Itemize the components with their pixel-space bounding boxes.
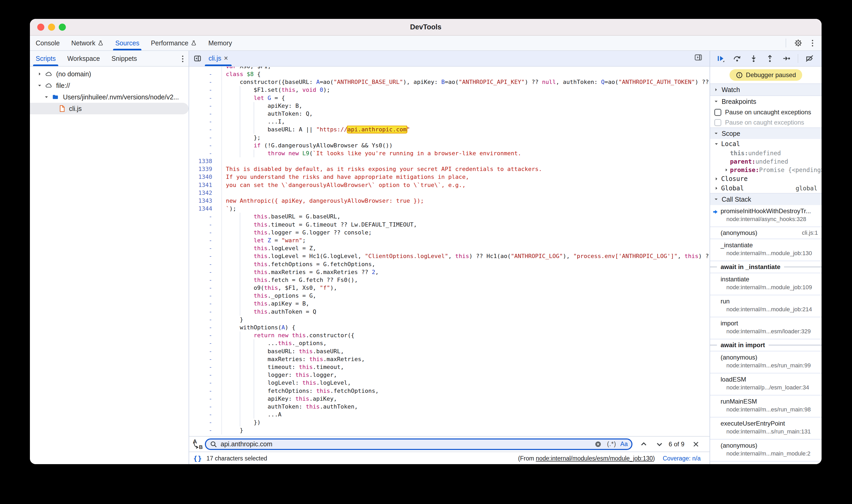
line-number-gutter[interactable]: - xyxy=(189,94,222,102)
code-line-text[interactable]: ...this._options, xyxy=(222,339,710,347)
tab-memory[interactable]: Memory xyxy=(202,36,238,50)
code-line-text[interactable]: this.fetchOptions = G.fetchOptions, xyxy=(222,260,710,268)
code-line[interactable]: - }; xyxy=(189,134,710,142)
call-stack-frame[interactable]: instantiatenode:internal/m...module_job:… xyxy=(710,273,821,295)
line-number-gutter[interactable]: - xyxy=(189,371,222,379)
code-line[interactable]: - logLevel: this.logLevel, xyxy=(189,379,710,387)
line-number-gutter[interactable]: - xyxy=(189,221,222,229)
step-over-icon[interactable] xyxy=(732,53,743,64)
line-number-gutter[interactable]: - xyxy=(189,110,222,118)
code-line[interactable]: - this.fetchOptions = G.fetchOptions, xyxy=(189,260,710,268)
code-line-text[interactable]: logLevel: this.logLevel, xyxy=(222,379,710,387)
code-line[interactable]: - o9(this, $F1, Xs0, "f"), xyxy=(189,284,710,292)
line-number-gutter[interactable]: - xyxy=(189,395,222,403)
line-number-gutter[interactable]: 1342 xyxy=(189,189,222,197)
code-line[interactable]: - apiKey: this.apiKey, xyxy=(189,395,710,403)
section-breakpoints[interactable]: Breakpoints xyxy=(710,95,821,107)
scope-local[interactable]: Local xyxy=(710,139,821,149)
code-line[interactable]: 1341you can set the \`dangerouslyAllowBr… xyxy=(189,181,710,189)
line-number-gutter[interactable]: 1338 xyxy=(189,157,222,165)
toggle-debugger-panel-icon[interactable] xyxy=(694,53,703,61)
code-line[interactable]: 1343new Anthropic({ apiKey, dangerouslyA… xyxy=(189,197,710,205)
chevron-right-icon[interactable] xyxy=(724,167,729,173)
line-number-gutter[interactable]: - xyxy=(189,363,222,371)
line-number-gutter[interactable]: - xyxy=(189,86,222,94)
code-line[interactable]: - baseURL: A || "https://api.anthropic.c… xyxy=(189,126,710,133)
code-line-text[interactable]: constructor({baseURL: A=ao("ANTHROPIC_BA… xyxy=(222,78,710,86)
tab-workspace[interactable]: Workspace xyxy=(61,51,106,66)
code-line-text[interactable]: $F1.set(this, void 0); xyxy=(222,86,710,94)
code-line-text[interactable]: o9(this, $F1, Xs0, "f"), xyxy=(222,284,710,292)
code-line[interactable]: - authToken: this.authToken, xyxy=(189,403,710,411)
code-line-text[interactable]: authToken: this.authToken, xyxy=(222,403,710,411)
code-line[interactable]: - this.authToken = Q xyxy=(189,308,710,316)
step-into-icon[interactable] xyxy=(748,53,759,64)
code-line-text[interactable]: let G = { xyxy=(222,94,710,102)
code-line-text[interactable]: return new this.constructor({ xyxy=(222,331,710,339)
code-line-text[interactable]: authToken: Q, xyxy=(222,110,710,118)
code-viewer[interactable]: var Xs0, $F1;-class $8 {- constructor({b… xyxy=(189,67,710,436)
line-number-gutter[interactable]: - xyxy=(189,149,222,157)
chevron-right-icon[interactable] xyxy=(36,71,43,76)
tab-console[interactable]: Console xyxy=(30,36,66,50)
code-line-text[interactable]: `); xyxy=(222,205,710,213)
line-number-gutter[interactable]: - xyxy=(189,245,222,252)
tab-scripts[interactable]: Scripts xyxy=(30,51,61,66)
line-number-gutter[interactable]: - xyxy=(189,260,222,268)
step-out-icon[interactable] xyxy=(765,53,775,64)
code-line-text[interactable]: apiKey: B, xyxy=(222,102,710,110)
code-line-text[interactable]: maxRetries: this.maxRetries, xyxy=(222,355,710,363)
editor-tab-clijs[interactable]: cli.js × xyxy=(204,51,233,66)
code-line[interactable]: - baseURL: this.baseURL, xyxy=(189,347,710,355)
chevron-down-icon[interactable] xyxy=(36,83,43,88)
line-number-gutter[interactable]: - xyxy=(189,316,222,324)
line-number-gutter[interactable]: - xyxy=(189,300,222,308)
code-line[interactable]: - this.baseURL = G.baseURL, xyxy=(189,213,710,220)
code-line[interactable]: - this._options = G, xyxy=(189,292,710,300)
line-number-gutter[interactable]: - xyxy=(189,142,222,149)
code-line-text[interactable]: }; xyxy=(222,134,710,142)
code-line[interactable]: - } xyxy=(189,426,710,434)
scope-entry-this[interactable]: this: undefined xyxy=(710,149,821,157)
source-map-link[interactable]: node:internal/modules/esm/module_job:130 xyxy=(536,455,653,462)
call-stack-frame[interactable]: loadESMnode:internal/p.../esm_loader:34 xyxy=(710,373,821,395)
code-line[interactable]: - this.logLevel = Z, xyxy=(189,245,710,252)
line-number-gutter[interactable]: - xyxy=(189,308,222,316)
code-line-text[interactable]: timeout: this.timeout, xyxy=(222,363,710,371)
call-stack-frame[interactable]: (anonymous)node:internal/m...es/run_main… xyxy=(710,352,821,373)
next-match-icon[interactable] xyxy=(654,439,665,450)
line-number-gutter[interactable]: - xyxy=(189,347,222,355)
code-line[interactable]: - ...I, xyxy=(189,118,710,126)
line-number-gutter[interactable]: - xyxy=(189,339,222,347)
close-find-bar-icon[interactable] xyxy=(691,439,701,449)
call-stack-frame[interactable]: (anonymous)cli.js:1 xyxy=(710,227,821,239)
code-line-text[interactable]: new Anthropic({ apiKey, dangerouslyAllow… xyxy=(222,197,710,205)
code-line[interactable]: - } xyxy=(189,316,710,324)
code-line[interactable]: - return new this.constructor({ xyxy=(189,331,710,339)
code-line-text[interactable]: this.apiKey = B, xyxy=(222,300,710,308)
replace-toggle-icon[interactable]: AB xyxy=(192,438,203,450)
line-number-gutter[interactable]: - xyxy=(189,331,222,339)
code-line-text[interactable]: If you understand the risks and have app… xyxy=(222,173,710,181)
scope-global[interactable]: Globalglobal xyxy=(710,183,821,193)
line-number-gutter[interactable]: - xyxy=(189,387,222,395)
call-stack-frame[interactable]: executeUserEntryPointnode:internal/m...s… xyxy=(710,417,821,439)
code-line[interactable]: - ...A xyxy=(189,411,710,418)
toggle-navigator-icon[interactable] xyxy=(193,55,202,62)
code-line[interactable]: - ...this._options, xyxy=(189,339,710,347)
code-line[interactable]: - if (!G.dangerouslyAllowBrowser && Ys0(… xyxy=(189,142,710,149)
match-case-toggle[interactable]: Aa xyxy=(620,440,628,448)
call-stack-frame[interactable]: importnode:internal/m...esm/loader:329 xyxy=(710,317,821,339)
tab-sources[interactable]: Sources xyxy=(109,36,145,50)
scope-entry-promise[interactable]: promise: Promise {<pending>} xyxy=(710,166,821,174)
call-stack-frame[interactable]: runnode:internal/m...module_job:214 xyxy=(710,295,821,317)
tree-item-cli-js[interactable]: cli.js xyxy=(30,103,189,114)
line-number-gutter[interactable]: 1339 xyxy=(189,165,222,173)
line-number-gutter[interactable]: - xyxy=(189,426,222,434)
code-line[interactable]: 1338 xyxy=(189,157,710,165)
code-line[interactable]: 1340If you understand the risks and have… xyxy=(189,173,710,181)
code-line[interactable]: - let G = { xyxy=(189,94,710,102)
line-number-gutter[interactable]: - xyxy=(189,284,222,292)
call-stack-frame[interactable]: _instantiatenode:internal/m...module_job… xyxy=(710,239,821,261)
code-line[interactable]: - $F1.set(this, void 0); xyxy=(189,86,710,94)
